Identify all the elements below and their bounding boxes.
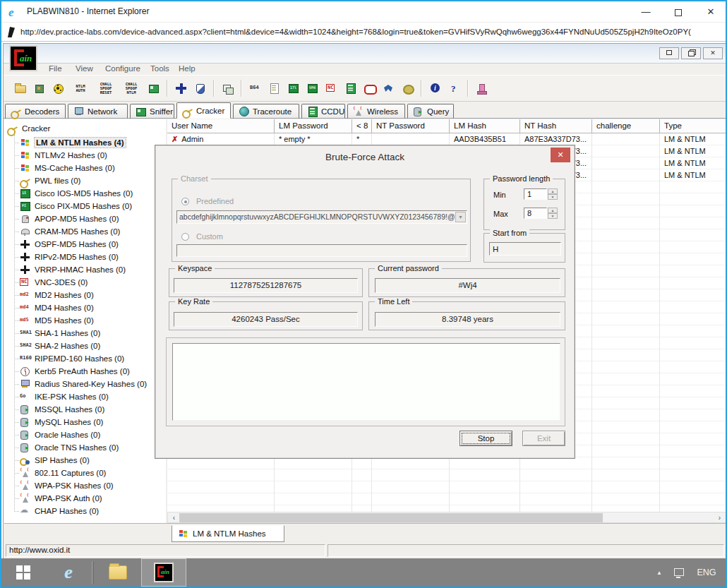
- menu-configure[interactable]: Configure: [105, 64, 140, 73]
- chall-spoof-reset-icon[interactable]: CHALL SPOOF RESET: [93, 78, 119, 98]
- cain-minimize-button[interactable]: [659, 47, 679, 59]
- tree-item[interactable]: PWL files (0): [20, 174, 80, 187]
- max-length-field[interactable]: 8: [524, 208, 547, 219]
- tab-lm-ntlm-hashes[interactable]: LM & NTLM Hashes: [172, 525, 284, 542]
- spin-up-icon[interactable]: ▲: [548, 188, 558, 194]
- tree-item[interactable]: MD4 Hashes (0): [20, 301, 94, 314]
- results-listbox[interactable]: [172, 343, 560, 421]
- chevron-down-icon[interactable]: ▼: [455, 212, 466, 222]
- ntlm-auth-spoof-icon[interactable]: NTLM AUTH: [68, 78, 93, 98]
- max-length-stepper[interactable]: ▲▼: [548, 208, 558, 219]
- tree-item[interactable]: MD5 Hashes (0): [20, 314, 94, 327]
- column-header[interactable]: User Name: [167, 119, 275, 133]
- start-button[interactable]: [1, 558, 45, 587]
- siemens-icon[interactable]: [360, 78, 379, 98]
- column-header[interactable]: LM Hash: [450, 119, 520, 133]
- tray-chevron-button[interactable]: ▲: [651, 558, 668, 587]
- base64-icon[interactable]: [246, 78, 265, 98]
- tray-language-button[interactable]: ENG: [690, 558, 723, 587]
- column-header[interactable]: LM Password: [275, 119, 352, 133]
- wireless-blue-icon[interactable]: [379, 78, 398, 98]
- tree-item[interactable]: MSSQL Hashes (0): [20, 403, 104, 416]
- column-header[interactable]: challenge: [592, 119, 660, 133]
- tree-item[interactable]: OSPF-MD5 Hashes (0): [20, 238, 119, 251]
- decoder-chip-icon[interactable]: [30, 78, 49, 98]
- address-text[interactable]: http://dev.practice-labs.com/device-adva…: [20, 28, 723, 36]
- tree-item[interactable]: NTLMv2 Hashes (0): [20, 149, 107, 162]
- tree-item[interactable]: SHA-1 Hashes (0): [20, 327, 100, 340]
- info-icon[interactable]: [426, 78, 445, 98]
- tree-item[interactable]: Oracle Hashes (0): [20, 428, 100, 441]
- horizontal-scrollbar[interactable]: ‹ ›: [167, 512, 726, 523]
- spin-down-icon[interactable]: ▼: [548, 213, 558, 219]
- cain-close-button[interactable]: ✕: [703, 47, 723, 59]
- table-row[interactable]: ✗Admin* empty **AAD3B435B51A87E3A337D73.…: [167, 133, 727, 145]
- menu-help[interactable]: Help: [179, 64, 196, 73]
- chall-spoof-ntlm-icon[interactable]: CHALL SPOOF NTLM: [119, 78, 144, 98]
- taskbar-cain[interactable]: aín: [141, 558, 186, 587]
- tree-item[interactable]: Oracle TNS Hashes (0): [20, 441, 119, 454]
- taskbar-internet-explorer[interactable]: e: [47, 558, 90, 587]
- tab-sniffer[interactable]: Sniffer: [130, 104, 174, 119]
- apr-shield-icon[interactable]: [191, 78, 210, 98]
- url-bar[interactable]: http://dev.practice-labs.com/device-adva…: [1, 22, 726, 42]
- vnc-icon[interactable]: [322, 78, 341, 98]
- tree-item[interactable]: MySQL Hashes (0): [20, 416, 103, 428]
- dialog-close-button[interactable]: ✕: [551, 148, 570, 162]
- spin-down-icon[interactable]: ▼: [548, 194, 558, 200]
- cisco-type7-icon[interactable]: [284, 78, 303, 98]
- tree-item[interactable]: MD2 Hashes (0): [20, 289, 94, 301]
- tree-item[interactable]: MS-Cache Hashes (0): [20, 162, 115, 174]
- taskbar-file-explorer[interactable]: [96, 558, 140, 587]
- tab-cracker[interactable]: Cracker: [176, 102, 231, 119]
- radioactive-icon[interactable]: [49, 78, 68, 98]
- start-from-field[interactable]: H: [489, 242, 561, 256]
- tree-item[interactable]: 802.11 Captures (0): [20, 467, 106, 479]
- custom-radio[interactable]: [181, 233, 189, 241]
- tab-ccdu[interactable]: CCDU: [301, 104, 345, 119]
- min-length-stepper[interactable]: ▲▼: [548, 188, 558, 200]
- tree-item[interactable]: SHA-2 Hashes (0): [20, 340, 100, 352]
- menu-tools[interactable]: Tools: [150, 64, 169, 73]
- menu-file[interactable]: File: [49, 64, 62, 73]
- tree-item[interactable]: VNC-3DES (0): [20, 276, 88, 289]
- vpn-icon[interactable]: [303, 78, 322, 98]
- tree-item[interactable]: CHAP Hashes (0): [20, 505, 99, 517]
- column-header[interactable]: Type: [660, 119, 727, 133]
- min-length-field[interactable]: 1: [524, 188, 547, 200]
- tree-item[interactable]: RIPv2-MD5 Hashes (0): [20, 251, 119, 263]
- tree-item[interactable]: RIPEMD-160 Hashes (0): [20, 352, 124, 365]
- calculator-icon[interactable]: [341, 78, 360, 98]
- about-icon[interactable]: [445, 78, 464, 98]
- stop-button[interactable]: Stop: [459, 431, 512, 446]
- close-button[interactable]: ✕: [696, 1, 726, 22]
- tab-traceroute[interactable]: Traceroute: [233, 104, 299, 119]
- rsa-token-icon[interactable]: [398, 78, 417, 98]
- tree-item[interactable]: CRAM-MD5 Hashes (0): [20, 225, 120, 238]
- column-header[interactable]: < 8: [352, 119, 372, 133]
- exit-column-icon[interactable]: [472, 78, 491, 98]
- status-link[interactable]: http://www.oxid.it: [9, 546, 70, 554]
- tree-item[interactable]: Kerb5 PreAuth Hashes (0): [20, 365, 130, 378]
- scrollbar-thumb[interactable]: [179, 513, 603, 522]
- add-to-list-icon[interactable]: [172, 78, 191, 98]
- tree-item[interactable]: WPA-PSK Hashes (0): [20, 479, 114, 492]
- minimize-button[interactable]: —: [631, 1, 661, 22]
- spin-up-icon[interactable]: ▲: [548, 208, 558, 213]
- tab-wireless[interactable]: Wireless: [347, 104, 405, 119]
- cain-restore-button[interactable]: [681, 47, 701, 59]
- tree-root-cracker[interactable]: Cracker: [7, 124, 50, 133]
- tree-item[interactable]: Radius Shared-Key Hashes (0): [20, 378, 147, 390]
- tree-item[interactable]: SIP Hashes (0): [20, 454, 90, 467]
- exit-button[interactable]: Exit: [522, 431, 565, 446]
- tab-query[interactable]: Query: [407, 104, 454, 119]
- open-file-icon[interactable]: [11, 78, 30, 98]
- hash-file-icon[interactable]: [265, 78, 284, 98]
- maximize-button[interactable]: [663, 1, 693, 22]
- column-header[interactable]: NT Hash: [520, 119, 592, 133]
- tab-network[interactable]: Network: [68, 104, 128, 119]
- menu-view[interactable]: View: [76, 64, 93, 73]
- predefined-radio[interactable]: [181, 198, 189, 205]
- scroll-left-arrow[interactable]: ‹: [169, 513, 179, 522]
- sniffer-card-icon[interactable]: [144, 78, 163, 98]
